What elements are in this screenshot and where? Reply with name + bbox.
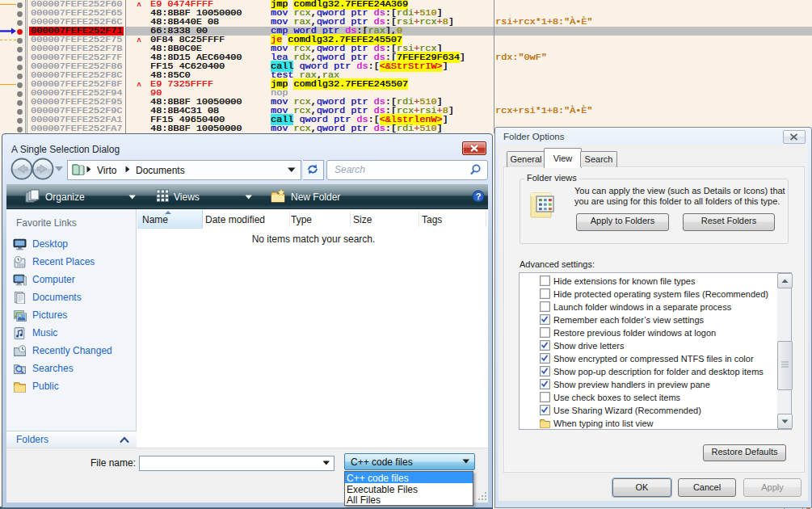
svg-text:?: ? [476,191,482,201]
